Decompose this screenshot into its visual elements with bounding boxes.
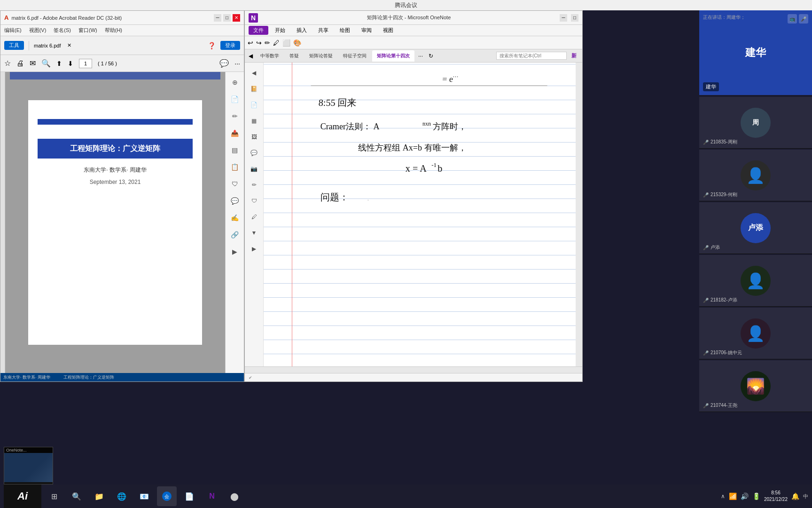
onenote-eraser-icon[interactable]: ⬜ [282,39,290,47]
notification-icon[interactable]: 🔔 [791,492,799,500]
on-image-icon[interactable]: 🖼 [248,130,261,143]
on-page-icon[interactable]: 📄 [248,98,261,111]
taskbar-windows-button[interactable]: ⊞ [44,486,64,506]
onenote-menu-start[interactable]: 开始 [270,26,290,35]
pdf-more-icon[interactable]: ··· [234,60,240,67]
onenote-menu-view[interactable]: 视图 [378,26,398,35]
pdf-minimize-button[interactable]: ─ [214,14,221,22]
participant-row: 👤 🎤 215329-何刚 [699,150,812,201]
onenote-note-content[interactable]: = e … 8:55 回来 Cramer法则： A nxn 方阵时， 线性方程组… [264,63,576,366]
on-notebook-icon[interactable]: 📔 [248,82,261,95]
on-chat-icon[interactable]: 💬 [248,146,261,159]
on-draw-icon[interactable]: ✏ [248,178,261,191]
pdf-login-button[interactable]: 登录 [220,41,240,50]
pdf-status-school: 东南大学· 数学系· 周建华 [3,374,50,381]
pdf-share-icon[interactable]: 🔗 [228,228,242,241]
taskbar-onenote-button[interactable]: N [202,486,222,506]
onenote-horizontal-scrollbar[interactable] [245,366,582,373]
taskbar-browser-button[interactable]: 🌐 [112,486,132,506]
taskbar-explorer-button[interactable]: 📁 [89,486,109,506]
system-clock[interactable]: 8:56 2021/12/22 [764,490,788,503]
tab-juzhen-dajie[interactable]: 矩阵论答疑 [304,50,337,62]
taskbar-mail-button[interactable]: 📧 [134,486,154,506]
on-video-icon[interactable]: 📷 [248,162,261,175]
onenote-maximize-button[interactable]: □ [571,14,578,22]
pdf-expand-icon[interactable]: ▶ [228,245,242,258]
onenote-new-page[interactable]: 新 [568,52,580,59]
pdf-next-page-icon[interactable]: ⬇ [68,60,73,67]
tab-dajie[interactable]: 答疑 [285,50,304,62]
pdf-zoom-out-icon[interactable]: 🔍 [41,59,51,68]
participant-avatar: 👤 [741,160,771,190]
onenote-menu-file[interactable]: 文件 [249,26,268,35]
windows-taskbar: Ai ⊞ 🔍 📁 🌐 📧 会 📄 N ⬤ ∧ 📶 🔊 🔋 8:56 2021/1… [0,484,812,508]
on-table-icon[interactable]: ▦ [248,114,261,127]
pdf-window-title: matrix 6.pdf - Adobe Acrobat Reader DC (… [11,15,122,21]
taskbar-misc-button[interactable]: ⬤ [225,486,244,506]
on-shield-icon[interactable]: 🛡 [248,194,261,207]
pdf-help-icon[interactable]: ❓ [208,42,216,49]
onenote-menu-review[interactable]: 审阅 [357,26,376,35]
taskbar-search-button[interactable]: 🔍 [67,486,86,506]
pdf-close-tab[interactable]: ✕ [67,42,71,48]
pdf-sign-icon[interactable]: ✍ [228,211,242,224]
onenote-highlighter-icon[interactable]: 🖊 [273,39,280,47]
pdf-menu-window[interactable]: 窗口(W) [78,27,97,34]
pdf-organize-icon[interactable]: ▤ [228,143,242,157]
onenote-search-input[interactable] [496,52,567,60]
on-pen2-icon[interactable]: 🖊 [248,210,261,223]
onenote-menu-draw[interactable]: 绘图 [335,26,355,35]
tray-volume-icon[interactable]: 🔊 [741,492,749,500]
pdf-close-button[interactable]: ✕ [233,14,240,22]
taskbar-acrobat-button[interactable]: 📄 [180,486,199,506]
preview-label: OneNote... [4,447,53,453]
pdf-menu-sign[interactable]: 签名(S) [54,27,71,34]
pdf-page-input[interactable] [79,59,92,68]
clock-date: 2021/12/22 [764,496,788,503]
tray-up-arrow[interactable]: ∧ [721,493,725,500]
pdf-bookmark-icon[interactable]: ☆ [4,59,11,68]
onenote-tab-expand[interactable]: ◀ [247,53,255,59]
share-indicator: 📺 🎤 [788,14,808,24]
tab-tezheng[interactable]: 特征子空间 [338,50,371,62]
pdf-menu-help[interactable]: 帮助(H) [105,27,122,34]
onenote-undo-icon[interactable]: ↩ [248,39,253,47]
pdf-menu-edit[interactable]: 编辑(E) [4,27,22,34]
pdf-print-icon[interactable]: 🖨 [16,59,24,68]
language-icon[interactable]: 中 [803,493,808,500]
on-export2-icon[interactable]: ▶ [248,242,261,255]
onenote-color-icon[interactable]: 🎨 [293,39,301,47]
pdf-comment-tool-icon[interactable]: 💬 [228,194,242,207]
pdf-comment-icon[interactable]: 💬 [219,59,229,68]
pdf-prev-page-icon[interactable]: ⬆ [56,60,62,67]
on-down-icon[interactable]: ▼ [248,226,261,239]
taskbar-tencent-button[interactable]: 会 [157,486,177,506]
pdf-zoom-fit-icon[interactable]: ⊕ [228,76,242,89]
pdf-email-icon[interactable]: ✉ [30,59,36,68]
pdf-page-layout-icon[interactable]: 📄 [228,93,242,106]
tray-battery-icon[interactable]: 🔋 [752,492,760,500]
pdf-menu-view[interactable]: 视图(V) [29,27,47,34]
pdf-right-toolbar: ⊕ 📄 ✏ 📤 ▤ 📋 🛡 💬 ✍ 🔗 ▶ [225,72,244,373]
tab-zhongdeng[interactable]: 中等数学 [256,50,284,62]
onenote-menu-insert[interactable]: 插入 [292,26,312,35]
tab-more[interactable]: ··· [415,53,426,59]
participant-name: 🎤 210706-姚中元 [703,349,742,356]
on-collapse-icon[interactable]: ◀ [248,66,261,79]
onenote-minimize-button[interactable]: ─ [560,14,567,22]
onenote-menu-share[interactable]: 共享 [313,26,333,35]
tray-network-icon[interactable]: 📶 [729,492,737,500]
participant-row: 🌄 🎤 210744-王尧 [699,360,812,412]
pdf-tool-button[interactable]: 工具 [4,41,24,50]
pdf-export-icon[interactable]: 📤 [228,127,242,140]
pdf-protect-icon[interactable]: 🛡 [228,177,242,190]
onenote-redo-icon[interactable]: ↪ [256,39,262,47]
onenote-pen-icon[interactable]: ✏ [265,39,270,47]
participants-list: 周 🎤 210835-周刚 👤 🎤 215329-何刚 卢添 🎤 [699,95,812,508]
onenote-vertical-scrollbar[interactable] [576,63,582,366]
tab-refresh-icon[interactable]: ↻ [427,53,435,59]
pdf-annotation-icon[interactable]: ✏ [228,110,242,123]
tab-juzhen-14[interactable]: 矩阵论第十四次 [372,50,414,62]
pdf-stamp-icon[interactable]: 📋 [228,160,242,174]
pdf-maximize-button[interactable]: □ [223,14,231,22]
